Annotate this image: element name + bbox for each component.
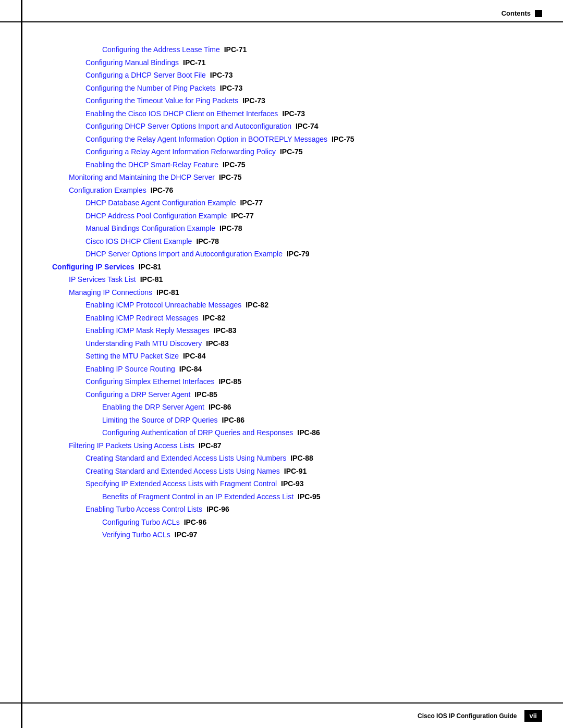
page-header: Contents xyxy=(0,0,563,22)
toc-page: IPC-79 xyxy=(287,248,310,261)
toc-page: IPC-75 xyxy=(219,171,242,184)
toc-page: IPC-75 xyxy=(280,145,303,158)
toc-row: Configuring a Relay Agent Information Re… xyxy=(85,145,511,158)
toc-link[interactable]: Configuring the Timeout Value for Ping P… xyxy=(85,94,238,107)
toc-link[interactable]: Managing IP Connections xyxy=(69,286,152,299)
toc-link[interactable]: Configuring a DRP Server Agent xyxy=(85,388,190,401)
footer-guide-text: Cisco IOS IP Configuration Guide xyxy=(418,712,517,720)
toc-link[interactable]: Configuring Authentication of DRP Querie… xyxy=(102,426,293,439)
toc-page: IPC-73 xyxy=(282,107,305,120)
toc-page: IPC-97 xyxy=(175,528,198,541)
toc-link[interactable]: Enabling Turbo Access Control Lists xyxy=(85,503,202,516)
toc-page: IPC-73 xyxy=(242,94,265,107)
toc-link[interactable]: Enabling the DRP Server Agent xyxy=(102,401,204,414)
toc-row: Setting the MTU Packet SizeIPC-84 xyxy=(85,350,511,363)
toc-link[interactable]: Configuring Turbo ACLs xyxy=(102,516,180,529)
toc-link[interactable]: DHCP Address Pool Configuration Example xyxy=(85,209,227,223)
toc-link[interactable]: DHCP Server Options Import and Autoconfi… xyxy=(85,248,283,261)
toc-link[interactable]: Limiting the Source of DRP Queries xyxy=(102,414,218,427)
toc-row: Configuring the Timeout Value for Ping P… xyxy=(85,94,511,107)
toc-link[interactable]: Creating Standard and Extended Access Li… xyxy=(85,452,286,465)
toc-page: IPC-71 xyxy=(224,43,247,56)
toc-row: Verifying Turbo ACLsIPC-97 xyxy=(102,528,511,541)
toc-page: IPC-93 xyxy=(281,477,304,490)
toc-row: Configuring Authentication of DRP Querie… xyxy=(102,426,511,439)
toc-row: Managing IP ConnectionsIPC-81 xyxy=(69,286,511,299)
toc-row: Enabling the DHCP Smart-Relay FeatureIPC… xyxy=(85,158,511,171)
toc-link[interactable]: Configuration Examples xyxy=(69,184,146,197)
toc-page: IPC-85 xyxy=(194,388,217,401)
toc-link[interactable]: Enabling IP Source Routing xyxy=(85,363,175,376)
toc-page: IPC-83 xyxy=(206,337,229,350)
toc-link[interactable]: Monitoring and Maintaining the DHCP Serv… xyxy=(69,171,215,184)
toc-link[interactable]: Configuring IP Services xyxy=(52,261,134,274)
toc-link[interactable]: Enabling ICMP Protocol Unreachable Messa… xyxy=(85,299,241,312)
toc-link[interactable]: Creating Standard and Extended Access Li… xyxy=(85,465,280,478)
toc-page: IPC-74 xyxy=(296,120,319,133)
toc-link[interactable]: Configuring a DHCP Server Boot File xyxy=(85,69,206,82)
toc-row: Configuration ExamplesIPC-76 xyxy=(69,184,511,197)
toc-row: IP Services Task ListIPC-81 xyxy=(69,273,511,286)
toc-link[interactable]: Filtering IP Packets Using Access Lists xyxy=(69,439,194,452)
toc-page: IPC-86 xyxy=(222,414,245,427)
toc-link[interactable]: Configuring the Number of Ping Packets xyxy=(85,82,216,95)
toc-page: IPC-86 xyxy=(209,401,231,414)
toc-link[interactable]: Cisco IOS DHCP Client Example xyxy=(85,235,192,248)
toc-row: Configuring Manual BindingsIPC-71 xyxy=(85,56,511,69)
toc-row: Specifying IP Extended Access Lists with… xyxy=(85,477,511,490)
toc-page: IPC-85 xyxy=(218,375,241,388)
toc-link[interactable]: DHCP Database Agent Configuration Exampl… xyxy=(85,196,236,209)
toc-page: IPC-81 xyxy=(156,286,179,299)
toc-link[interactable]: Configuring the Relay Agent Information … xyxy=(85,133,327,146)
toc-link[interactable]: Specifying IP Extended Access Lists with… xyxy=(85,477,277,490)
toc-link[interactable]: Enabling ICMP Redirect Messages xyxy=(85,312,199,325)
page-footer: Cisco IOS IP Configuration Guide vii xyxy=(0,702,563,728)
toc-page: IPC-82 xyxy=(203,312,226,325)
toc-link[interactable]: Configuring the Address Lease Time xyxy=(102,43,220,56)
toc-link[interactable]: Configuring Simplex Ethernet Interfaces xyxy=(85,375,214,388)
toc-link[interactable]: Enabling the Cisco IOS DHCP Client on Et… xyxy=(85,107,278,120)
toc-page: IPC-96 xyxy=(184,516,207,529)
toc-page: IPC-78 xyxy=(196,235,219,248)
toc-page: IPC-78 xyxy=(219,222,242,235)
toc-row: Enabling the DRP Server AgentIPC-86 xyxy=(102,401,511,414)
toc-link[interactable]: IP Services Task List xyxy=(69,273,136,286)
toc-page: IPC-96 xyxy=(206,503,229,516)
toc-link[interactable]: Benefits of Fragment Control in an IP Ex… xyxy=(102,490,293,503)
footer-left-bar xyxy=(21,697,22,728)
toc-link[interactable]: Setting the MTU Packet Size xyxy=(85,350,179,363)
toc-link[interactable]: Verifying Turbo ACLs xyxy=(102,528,170,541)
toc-row: Creating Standard and Extended Access Li… xyxy=(85,452,511,465)
toc-page: IPC-82 xyxy=(246,299,268,312)
toc-row: Cisco IOS DHCP Client ExampleIPC-78 xyxy=(85,235,511,248)
toc-row: Limiting the Source of DRP QueriesIPC-86 xyxy=(102,414,511,427)
toc-row: Understanding Path MTU DiscoveryIPC-83 xyxy=(85,337,511,350)
toc-row: Enabling ICMP Redirect MessagesIPC-82 xyxy=(85,312,511,325)
toc-page: IPC-77 xyxy=(231,209,254,223)
toc-page: IPC-71 xyxy=(183,56,206,69)
toc-page: IPC-73 xyxy=(210,69,233,82)
toc-page: IPC-88 xyxy=(290,452,313,465)
toc-page: IPC-91 xyxy=(284,465,307,478)
toc-link[interactable]: Configuring DHCP Server Options Import a… xyxy=(85,120,291,133)
toc-row: Configuring Simplex Ethernet InterfacesI… xyxy=(85,375,511,388)
footer-page-badge: vii xyxy=(524,710,542,722)
toc-page: IPC-73 xyxy=(220,82,243,95)
toc-content: Configuring the Address Lease TimeIPC-71… xyxy=(0,22,563,583)
toc-row: DHCP Server Options Import and Autoconfi… xyxy=(85,248,511,261)
toc-row: Configuring a DRP Server AgentIPC-85 xyxy=(85,388,511,401)
toc-page: IPC-87 xyxy=(199,439,222,452)
toc-link[interactable]: Understanding Path MTU Discovery xyxy=(85,337,202,350)
toc-link[interactable]: Manual Bindings Configuration Example xyxy=(85,222,215,235)
toc-link[interactable]: Configuring Manual Bindings xyxy=(85,56,179,69)
toc-row: DHCP Address Pool Configuration ExampleI… xyxy=(85,209,511,223)
toc-row: Enabling IP Source RoutingIPC-84 xyxy=(85,363,511,376)
toc-row: Benefits of Fragment Control in an IP Ex… xyxy=(102,490,511,503)
toc-row: Filtering IP Packets Using Access ListsI… xyxy=(69,439,511,452)
toc-link[interactable]: Enabling the DHCP Smart-Relay Feature xyxy=(85,158,218,171)
toc-page: IPC-81 xyxy=(139,261,162,274)
toc-link[interactable]: Configuring a Relay Agent Information Re… xyxy=(85,145,276,158)
toc-link[interactable]: Enabling ICMP Mask Reply Messages xyxy=(85,324,210,337)
toc-page: IPC-77 xyxy=(240,196,263,209)
toc-page: IPC-75 xyxy=(332,133,354,146)
